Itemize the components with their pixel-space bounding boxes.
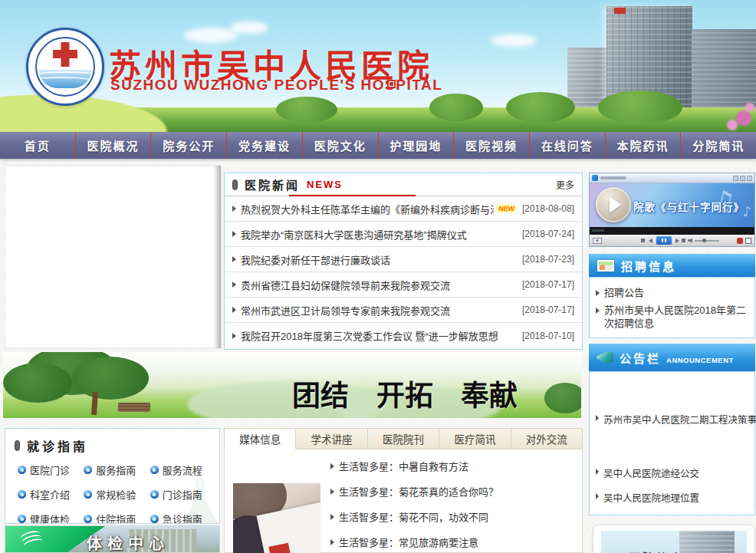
article-item[interactable]: 生活智多星：菊花不同，功效不同	[330, 509, 488, 524]
article-item[interactable]: 生活智多星：中暑自救有方法	[330, 459, 468, 473]
news-title-link[interactable]: 贵州省德江县妇幼保健院领导前来我院参观交流	[241, 278, 450, 292]
tab-academic-lectures[interactable]: 学术讲座	[296, 428, 367, 449]
guide-link-departments[interactable]: 科室介绍	[18, 487, 84, 502]
intro-building-shape	[679, 531, 735, 553]
next-button[interactable]	[675, 239, 679, 243]
tab-external-exchange[interactable]: 对外交流	[511, 428, 583, 449]
recruit-item[interactable]: 招聘公告	[594, 284, 750, 301]
nav-item-nursing[interactable]: 护理园地	[379, 132, 455, 159]
nav-item-culture[interactable]: 医院文化	[303, 132, 379, 159]
grass-hill	[0, 87, 192, 132]
record-button[interactable]	[737, 238, 743, 244]
article-link-label[interactable]: 生活智多星：菊花不同，功效不同	[339, 509, 488, 524]
tab-hospital-journal[interactable]: 医院院刊	[368, 428, 439, 449]
guide-link-emergency-guide[interactable]: 急诊指南	[150, 512, 216, 524]
calligraphy-signature	[386, 52, 399, 78]
slogan-word: 团结	[292, 373, 349, 414]
maximize-button[interactable]	[740, 176, 745, 181]
news-title-link[interactable]: 常州市武进区卫计局领导专家前来我院参观交流	[241, 303, 450, 318]
recruit-photo-icon	[597, 260, 614, 272]
triangle-bullet-icon	[330, 514, 334, 520]
announcement-item[interactable]: 吴中人民医院途经公交	[596, 466, 699, 480]
news-row: 我院举办“南京医科大学医患沟通研究基地”揭牌仪式 [2018-07-24]	[225, 222, 582, 247]
playlist-button[interactable]	[682, 239, 685, 242]
news-title-link[interactable]: 我院召开2018年度第三次党委工作会议 暨“进一步解放思想	[241, 328, 498, 343]
previous-button[interactable]	[649, 239, 652, 243]
nav-item-public-affairs[interactable]: 院务公开	[151, 132, 227, 159]
announcement-item[interactable]: 吴中人民医院地理位置	[596, 490, 699, 505]
minimize-button[interactable]	[733, 176, 738, 181]
player-progress-bar[interactable]	[590, 227, 754, 235]
guide-link-outpatient[interactable]: 医院门诊	[18, 462, 84, 477]
article-link-label[interactable]: 生活智多星：中暑自救有方法	[339, 459, 468, 473]
article-link-label[interactable]: 生活智多星：常见旅游病要注意	[339, 535, 478, 549]
guide-link-label[interactable]: 门诊指南	[163, 487, 202, 502]
guide-link-routine-tests[interactable]: 常规检验	[84, 487, 150, 502]
hospital-intro-card[interactable]: 医院简介	[593, 525, 755, 553]
news-row: 常州市武进区卫计局领导专家前来我院参观交流 [2018-07-17]	[225, 298, 582, 323]
news-title-link[interactable]: 我院举办“南京医科大学医患沟通研究基地”揭牌仪式	[241, 227, 467, 242]
news-more-link[interactable]: 更多	[556, 178, 574, 191]
checkup-center-banner[interactable]: 体检中心	[5, 525, 220, 553]
pause-button[interactable]	[656, 236, 672, 245]
capsule-bullet-icon	[232, 179, 238, 190]
announcement-item[interactable]: 苏州市吴中人民医院二期工程决策事	[596, 412, 756, 426]
volume-icon[interactable]	[688, 239, 692, 243]
guide-link-inpatient-guide[interactable]: 住院指南	[84, 512, 150, 524]
nav-item-overview[interactable]: 医院概况	[76, 132, 152, 159]
guide-link-label[interactable]: 常规检验	[96, 487, 136, 502]
announcement-section-header: 公告栏 ANNOUNCEMENT	[589, 344, 755, 371]
recruit-item[interactable]: 苏州市吴中人民医院2018年第二次招聘信息	[594, 301, 750, 332]
article-link-label[interactable]: 生活智多星：菊花茶真的适合你吗？	[339, 484, 498, 499]
stop-button[interactable]	[641, 239, 645, 242]
tab-media-info[interactable]: 媒体信息	[224, 428, 296, 449]
settings-toggle[interactable]	[745, 238, 751, 244]
nav-item-party-building[interactable]: 党务建设	[227, 132, 303, 159]
nav-item-qa[interactable]: 在线问答	[530, 132, 606, 159]
tree-foliage	[3, 363, 72, 403]
announcement-item-label[interactable]: 苏州市吴中人民医院二期工程决策事	[603, 412, 756, 426]
play-button[interactable]	[596, 187, 631, 222]
blue-circle-icon	[84, 466, 92, 474]
bench-shape	[118, 403, 150, 412]
guide-link-label[interactable]: 住院指南	[96, 512, 136, 524]
triangle-bullet-icon	[596, 290, 600, 296]
guide-link-service-guide[interactable]: 服务指南	[84, 462, 150, 477]
recruit-item-label[interactable]: 招聘公告	[604, 286, 644, 299]
triangle-bullet-icon	[232, 256, 236, 262]
nav-item-video[interactable]: 医院视频	[454, 132, 530, 159]
guide-link-label[interactable]: 服务流程	[163, 462, 202, 477]
guide-link-label[interactable]: 服务指南	[96, 462, 136, 477]
news-title-link[interactable]: 我院纪委对新任干部进行廉政谈话	[241, 252, 390, 267]
tab-medical-briefs[interactable]: 医疗简讯	[439, 428, 511, 449]
announcement-item-label[interactable]: 吴中人民医院途经公交	[603, 466, 699, 480]
guide-link-label[interactable]: 科室介绍	[30, 487, 70, 502]
guide-link-label[interactable]: 急诊指南	[163, 512, 202, 524]
triangle-bullet-icon	[596, 415, 599, 421]
guide-link-service-flow[interactable]: 服务流程	[150, 462, 216, 477]
nav-item-home[interactable]: 首页	[0, 132, 76, 159]
triangle-bullet-icon	[330, 489, 334, 495]
triangle-bullet-icon	[232, 333, 236, 339]
nav-item-branch-info[interactable]: 分院简讯	[681, 132, 756, 159]
triangle-bullet-icon	[330, 463, 334, 469]
article-item[interactable]: 生活智多星：常见旅游病要注意	[330, 535, 478, 549]
recruit-item-label[interactable]: 苏州市吴中人民医院2018年第二次招聘信息	[604, 304, 748, 330]
volume-slider[interactable]	[695, 240, 719, 242]
news-row: 我院纪委对新任干部进行廉政谈话 [2018-07-23]	[225, 247, 582, 272]
player-menu-dropdown[interactable]: ▼	[593, 238, 602, 244]
article-item[interactable]: 生活智多星：菊花茶真的适合你吗？	[330, 484, 498, 499]
guide-link-label[interactable]: 健康体检	[30, 512, 70, 524]
close-button[interactable]	[747, 176, 752, 181]
player-viewport: ♫ ♪ ♪ 院歌《与红十字同行》	[590, 183, 754, 227]
slideshow-placeholder[interactable]	[5, 165, 222, 349]
guide-link-label[interactable]: 医院门诊	[30, 462, 70, 477]
guide-link-health-checkup[interactable]: 健康体检	[18, 512, 84, 524]
news-title-link[interactable]: 热烈祝贺大外科主任陈革华主编的《新编外科疾病诊断与治	[241, 202, 494, 216]
guide-link-outpatient-guide[interactable]: 门诊指南	[150, 487, 216, 502]
news-red-underline	[289, 195, 416, 196]
announcement-item-label[interactable]: 吴中人民医院地理位置	[603, 490, 699, 505]
nav-item-pharmacy-news[interactable]: 本院药讯	[606, 132, 682, 159]
news-date: [2018-07-24]	[516, 229, 574, 239]
announcement-list: 苏州市吴中人民医院二期工程决策事 吴中人民医院途经公交 吴中人民医院地理位置	[589, 371, 755, 515]
